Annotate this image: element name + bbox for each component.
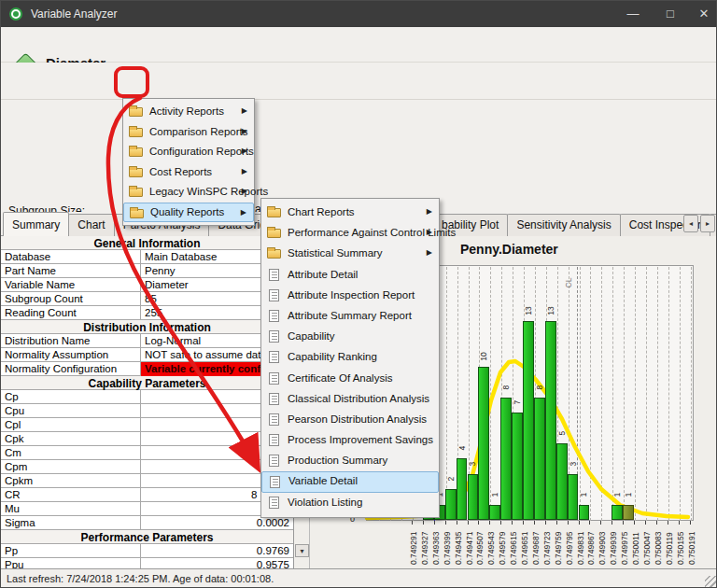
table-row: Normality AssumptionNOT safe to assume d… [1, 348, 293, 362]
last-refresh-text: Last refresh: 7/24/2018 1:24:25 PM. Age … [7, 573, 274, 584]
x-tick-label: 0.749651 [520, 524, 529, 565]
report-icon [269, 330, 279, 343]
menu-item-label: Capability [288, 330, 335, 342]
gridline [646, 267, 647, 521]
tab-scroll-right-button[interactable]: ▸ [700, 215, 715, 232]
bar-count-label: 4 [457, 441, 467, 455]
gridline [601, 267, 602, 521]
menu-item-label: Quality Reports [150, 206, 224, 217]
row-label: Normality Assumption [1, 348, 141, 362]
close-button[interactable]: ✕ [688, 1, 717, 27]
x-tick-label: 0.750119 [665, 524, 674, 565]
menu-item-attribute-summary-report[interactable]: Attribute Summary Report [261, 306, 439, 327]
histogram-bar [489, 505, 500, 520]
histogram-bar [545, 321, 556, 520]
tab-sensitivity-analysis[interactable]: Sensitivity Analysis [507, 214, 620, 236]
menu-item-performance-against-control-limits[interactable]: Performance Against Control Limits▶ [261, 223, 439, 244]
report-icon [269, 434, 279, 446]
submenu-arrow-icon: ▶ [242, 127, 247, 135]
submenu-arrow-icon: ▶ [427, 248, 432, 257]
table-section-header: Capability Parameters [1, 376, 293, 390]
chart-title: Penny.Diameter [460, 242, 558, 257]
menu-item-certificate-of-analysis[interactable]: Certificate Of Analysis [261, 369, 439, 389]
x-tick-label: 0.749939 [609, 524, 618, 565]
menu-item-production-summary[interactable]: Production Summary [261, 451, 439, 471]
table-row: Cpl [1, 418, 293, 432]
bar-count-label: 8 [535, 380, 544, 395]
histogram-bar [623, 505, 634, 520]
menu-item-comparison-reports[interactable]: Comparison Reports▶ [123, 122, 254, 143]
table-row: Cpu [1, 404, 293, 418]
menu-item-violation-listing[interactable]: Violation Listing [261, 493, 439, 513]
menu-item-label: Attribute Summary Report [288, 310, 412, 321]
x-tick-label: 0.749291 [409, 524, 418, 565]
menu-item-variable-detail[interactable]: Variable Detail [261, 471, 439, 492]
menu-item-label: Variable Detail [288, 475, 358, 486]
gridline [635, 267, 636, 521]
maximize-button[interactable]: □ [654, 1, 686, 27]
resize-grip[interactable] [705, 576, 716, 587]
x-tick-label: 0.749903 [598, 524, 607, 565]
menu-item-attribute-inspection-report[interactable]: Attribute Inspection Report [261, 286, 439, 306]
menu-item-capability-ranking[interactable]: Capability Ranking [261, 347, 439, 368]
menu-item-legacy-winspc-reports[interactable]: Legacy WinSPC Reports▶ [123, 182, 254, 203]
bar-count-label: 5 [557, 426, 567, 441]
bar-count-label: 1 [612, 487, 622, 502]
menu-item-label: Certificate Of Analysis [288, 372, 392, 384]
scroll-down-icon[interactable]: ▾ [295, 544, 309, 557]
x-tick-label: 0.750155 [676, 524, 685, 565]
row-label: Cpkm [1, 474, 141, 488]
menu-item-pearson-distribution-analysis[interactable]: Pearson Distribution Analysis [261, 410, 439, 430]
menu-item-attribute-detail[interactable]: Attribute Detail [261, 265, 439, 286]
table-row: Cpk [1, 432, 293, 446]
tab-scroll-left-button[interactable]: ◂ [683, 215, 698, 232]
folder-icon [267, 249, 281, 259]
menu-item-activity-reports[interactable]: Activity Reports▶ [123, 102, 254, 122]
bar-count-label: 3 [569, 456, 578, 471]
submenu-arrow-icon: ▶ [242, 167, 247, 175]
table-row: Distribution NameLog-Normal [1, 334, 293, 348]
report-icon [269, 289, 279, 301]
x-tick-label: 0.749435 [454, 524, 463, 565]
menu-item-label: Capability Ranking [288, 351, 377, 362]
quality-reports-submenu: Chart Reports▶Performance Against Contro… [260, 198, 440, 518]
table-row: Subgroup Count85 [1, 292, 293, 306]
menu-item-configuration-reports[interactable]: Configuration Reports▶ [123, 142, 254, 162]
menu-item-quality-reports[interactable]: Quality Reports▶ [123, 203, 254, 223]
tab-chart[interactable]: Chart [68, 214, 114, 236]
menu-item-cost-reports[interactable]: Cost Reports▶ [123, 162, 254, 183]
menu-item-process-improvement-savings[interactable]: Process Improvement Savings [261, 430, 439, 451]
gridline [657, 267, 658, 521]
table-row: Pp0.9769 [1, 544, 293, 558]
folder-icon [129, 168, 143, 177]
menu-item-capability[interactable]: Capability [261, 327, 439, 347]
submenu-arrow-icon: ▶ [242, 147, 247, 155]
menu-item-chart-reports[interactable]: Chart Reports▶ [261, 203, 439, 223]
histogram-bar [534, 398, 545, 520]
menu-item-label: Attribute Detail [288, 269, 358, 280]
submenu-arrow-icon: ▶ [242, 187, 247, 195]
table-row: Mu [1, 502, 293, 516]
histogram-bar [478, 367, 489, 520]
row-label: Pp [1, 544, 141, 558]
x-tick-label: 0.749759 [554, 524, 563, 565]
tab-summary[interactable]: Summary [3, 212, 69, 236]
x-tick-label: 0.749399 [443, 524, 452, 565]
toolbar: ↻◷✎[...]↺▾? [1, 63, 717, 100]
folder-icon [267, 208, 281, 217]
header: V Diameter \Penny.Diameter [1, 27, 717, 63]
menu-item-statistical-summary[interactable]: Statistical Summary▶ [261, 244, 439, 264]
x-tick-label: 0.749795 [565, 524, 574, 565]
minimize-button[interactable]: — [617, 1, 649, 27]
submenu-arrow-icon: ▶ [242, 106, 247, 115]
row-label: Database [1, 250, 141, 264]
histogram-bar [457, 458, 468, 520]
bar-count-label: 10 [479, 349, 488, 364]
x-tick-label: 0.749543 [486, 524, 496, 565]
gridline [590, 267, 591, 521]
menu-item-classical-distribution-analysis[interactable]: Classical Distribution Analysis [261, 389, 439, 410]
table-row: Cp [1, 390, 293, 404]
gridline [580, 267, 581, 521]
folder-icon [129, 128, 143, 137]
bar-count-label: 2 [446, 471, 456, 486]
